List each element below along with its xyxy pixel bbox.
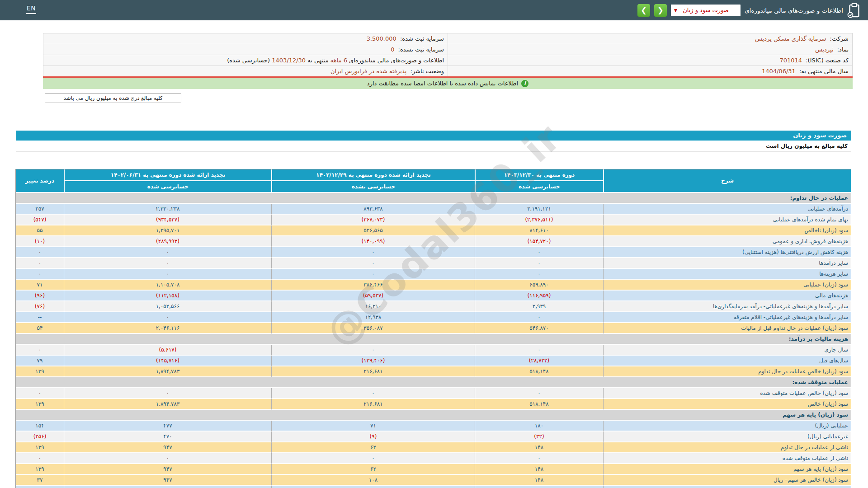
value-cell-period-restated-1: ۱۰۸: [271, 475, 475, 486]
value-cell-period-restated-2: (۹۳۴,۵۳۷): [64, 215, 271, 225]
period-audit-note: (حسابرسی شده): [227, 57, 270, 64]
header-period-restated-1: تجدید ارائه شده دوره منتهی به ۱۴۰۲/۱۲/۲۹: [271, 169, 475, 181]
percent-change-cell: (۵۴۷): [16, 215, 64, 225]
percent-change-cell: ۳۷: [16, 475, 64, 486]
percent-change-cell: ۵۵: [16, 225, 64, 236]
percent-change-cell: ۰: [16, 258, 64, 269]
row-label-cell: غیرعملیاتی (ریال): [603, 432, 851, 442]
table-row: عملیات متوقف شده:: [16, 377, 851, 388]
symbol-label: نماد:: [837, 46, 849, 53]
value-cell-period-current: ۶۵۹,۸۹۰: [475, 280, 603, 291]
isic-cell: کد صنعت (ISIC): 701014: [448, 55, 852, 66]
value-cell-period-restated-2: ۴۷۰: [64, 432, 271, 442]
header-audit-status-current: حسابرسی شده: [475, 181, 603, 193]
registered-capital-cell: سرمایه ثبت شده: 3,500,000: [43, 33, 448, 44]
statement-title-bar: صورت سود و زیان: [16, 131, 851, 141]
value-cell-period-restated-1: ۰: [271, 247, 475, 258]
row-label-cell: سود (زیان) خالص: [603, 399, 851, 410]
percent-change-cell: ۰: [16, 388, 64, 399]
row-label-cell: سرمایه: [603, 486, 851, 488]
value-cell-period-restated-2: ۰: [64, 388, 271, 399]
value-cell-period-restated-1: ۶۲: [271, 442, 475, 453]
value-cell-period-restated-1: ۰: [271, 258, 475, 269]
next-report-button[interactable]: ❯: [654, 4, 667, 17]
info-icon: i: [521, 80, 528, 87]
value-cell-period-restated-1: ۳۸۶,۴۶۶: [271, 280, 475, 291]
table-row: سود (زیان) خالص عملیات در حال تداوم ۵۱۸,…: [16, 366, 851, 377]
value-cell-period-restated-2: ۱,۸۹۴,۷۸۳: [64, 399, 271, 410]
percent-change-cell: ۷۱: [16, 280, 64, 291]
value-cell-period-restated-2: ۹۴۷: [64, 442, 271, 453]
percent-change-cell: (۹۶): [16, 291, 64, 301]
info-row-isic: کد صنعت (ISIC): 701014 اطلاعات و صورت‌ها…: [43, 55, 853, 66]
row-label-cell: بهای تمام شده درآمدهای عملیاتی: [603, 215, 851, 225]
period-text-1: اطلاعات و صورت‌های مالی میاندوره‌ای: [347, 57, 444, 64]
table-row: سایر هزینه‌ها ۰ ۰ ۰ ۰: [16, 269, 851, 280]
value-cell-period-current: (۲,۳۷۶,۵۱۱): [475, 215, 603, 225]
info-row-company: شرکت: سرمایه گذاری مسکن پردیس سرمایه ثبت…: [43, 33, 853, 44]
value-cell-period-current: ۱۸۰: [475, 421, 603, 432]
value-cell-period-current: (۱۵۴,۷۲۰): [475, 236, 603, 247]
header-percent-change: درصد تغییر: [16, 169, 64, 193]
value-cell-period-restated-2: ۳,۵۰۰,۰۰۰: [64, 486, 271, 488]
table-row: غیرعملیاتی (ریال) (۳۲) (۹) ۴۷۰ (۲۵۶): [16, 432, 851, 442]
row-label-cell: هزینه مالیات بر درآمد:: [16, 334, 851, 345]
value-cell-period-restated-1: ۰: [271, 388, 475, 399]
signature-match-banner: i اطلاعات نمایش داده شده با اطلاعات امضا…: [43, 78, 853, 89]
value-cell-period-current: ۱۴۸: [475, 475, 603, 486]
registered-capital-label: سرمایه ثبت شده:: [400, 35, 444, 42]
registered-capital-value: 3,500,000: [367, 35, 396, 42]
row-label-cell: عملیات متوقف شده:: [16, 377, 851, 388]
row-label-cell: سایر درآمدها: [603, 258, 851, 269]
row-label-cell: سال‌های قبل: [603, 356, 851, 366]
table-row: سایر درآمدها و هزینه‌های غیرعملیاتی- درآ…: [16, 301, 851, 312]
percent-change-cell: ۵۴: [16, 323, 64, 334]
percent-change-cell: ۱۳۹: [16, 399, 64, 410]
table-row: عملیات در حال تداوم:: [16, 193, 851, 204]
units-note-tab[interactable]: کلیه مبالغ درج شده به میلیون ریال می باش…: [45, 93, 181, 103]
row-label-cell: عملیات در حال تداوم:: [16, 193, 851, 204]
value-cell-period-restated-1: ۸۹۳,۶۳۸: [271, 204, 475, 215]
report-type-dropdown[interactable]: ▼ صورت سود و زیان: [671, 5, 741, 16]
value-cell-period-restated-2: ۲,۰۴۶,۱۱۶: [64, 323, 271, 334]
value-cell-period-restated-1: ۱۶,۲۱۰: [271, 301, 475, 312]
row-label-cell: سایر درآمدها و هزینه‌های غیرعملیاتی- اقل…: [603, 312, 851, 323]
value-cell-period-current: ۵۱۸,۱۴۸: [475, 366, 603, 377]
table-row: سود (زیان) پایه هر سهم: [16, 410, 851, 421]
table-row: سود (زیان) خالص هر سهم– ریال ۱۴۸ ۱۰۸ ۹۴۷…: [16, 475, 851, 486]
value-cell-period-current: ۰: [475, 388, 603, 399]
row-label-cell: هزینه‌های مالی: [603, 291, 851, 301]
row-label-cell: سود (زیان) پایه هر سهم: [603, 464, 851, 475]
table-row: سود (زیان) ناخالص ۸۱۴,۶۱۰ ۵۲۶,۵۶۵ ۱,۲۹۵,…: [16, 225, 851, 236]
value-cell-period-restated-1: (۹): [271, 432, 475, 442]
symbol-cell: نماد: ثپردیس: [448, 44, 852, 55]
top-navigation-bar: EN ❮ ❯ ▼ صورت سود و زیان اطلاعات و صورت‌…: [0, 0, 868, 20]
value-cell-period-restated-2: (۱۱۲,۱۵۸): [64, 291, 271, 301]
percent-change-cell: ۲۵۷: [16, 204, 64, 215]
value-cell-period-restated-2: ۲,۳۳۰,۲۳۸: [64, 204, 271, 215]
value-cell-period-restated-1: ۰: [271, 269, 475, 280]
value-cell-period-restated-2: ۰: [64, 258, 271, 269]
issuer-status-cell: وضعیت ناشر: پذیرفته شده در فرابورس ایران: [43, 66, 448, 76]
row-label-cell: هزینه کاهش ارزش دریافتنی‌ها (هزینه استثن…: [603, 247, 851, 258]
value-cell-period-restated-2: (۵,۶۱۷): [64, 345, 271, 356]
statement-units-note: کلیه مبالغ به میلیون ریال است: [16, 141, 851, 152]
language-toggle-en[interactable]: EN: [26, 5, 36, 14]
table-row: ناشی از عملیات در حال تداوم ۱۴۸ ۶۲ ۹۴۷ ۱…: [16, 442, 851, 453]
value-cell-period-restated-1: ۳,۵۰۰,۰۰۰: [271, 486, 475, 488]
codal-page: EN ❮ ❯ ▼ صورت سود و زیان اطلاعات و صورت‌…: [0, 0, 868, 488]
value-cell-period-current: ۰: [475, 345, 603, 356]
value-cell-period-restated-2: ۱,۰۵۲,۵۶۶: [64, 301, 271, 312]
percent-change-cell: ۷۹: [16, 356, 64, 366]
value-cell-period-current: ۳,۵۰۰,۰۰۰: [475, 486, 603, 488]
value-cell-period-restated-2: ۹۴۷: [64, 475, 271, 486]
percent-change-cell: ۱۵۴: [16, 421, 64, 432]
value-cell-period-current: ۵۴۶,۸۷۰: [475, 323, 603, 334]
value-cell-period-current: ۱۴۸: [475, 442, 603, 453]
previous-report-button[interactable]: ❮: [637, 4, 650, 17]
percent-change-cell: ۰: [16, 247, 64, 258]
row-label-cell: عملیاتی (ریال): [603, 421, 851, 432]
company-info-panel: شرکت: سرمایه گذاری مسکن پردیس سرمایه ثبت…: [43, 33, 853, 77]
percent-change-cell: (۷۶): [16, 301, 64, 312]
percent-change-cell: --: [16, 312, 64, 323]
